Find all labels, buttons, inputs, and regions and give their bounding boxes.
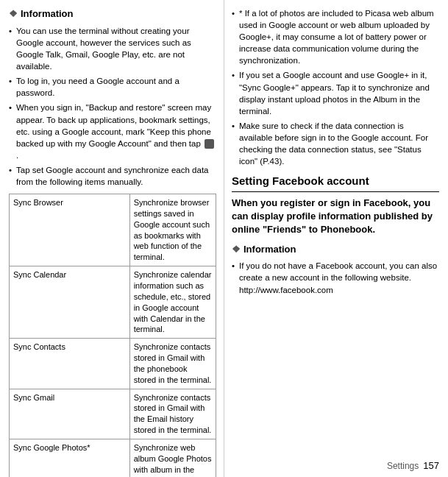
sync-label: Sync Gmail	[10, 389, 130, 439]
bullet-item-4: Tap set Google account and synchronize e…	[9, 164, 216, 188]
facebook-section-title: Setting Facebook account	[232, 173, 439, 192]
sync-desc: Synchronize contacts stored in Gmail wit…	[129, 389, 216, 439]
sync-desc: Synchronize contacts stored in Gmail wit…	[129, 339, 216, 389]
facebook-intro-text: When you register or sign in Facebook, y…	[232, 197, 439, 237]
sync-table: Sync BrowserSynchronize browser settings…	[9, 194, 216, 477]
bullet-item-3: When you sign in, "Backup and restore" s…	[9, 102, 216, 160]
sync-label: Sync Google Photos*	[10, 439, 130, 477]
table-row: Sync BrowserSynchronize browser settings…	[10, 194, 216, 266]
table-row: Sync ContactsSynchronize contacts stored…	[10, 339, 216, 389]
facebook-info-title-text: Information	[243, 243, 296, 257]
table-row: Sync CalendarSynchronize calendar inform…	[10, 266, 216, 339]
facebook-bullet-1: If you do not have a Facebook account, y…	[232, 260, 439, 295]
right-column: * If a lot of photos are included to Pic…	[224, 0, 448, 477]
info-bullet-list: You can use the terminal without creatin…	[9, 25, 216, 188]
sync-note-2: If you set a Google account and use Goog…	[232, 69, 439, 116]
sync-note-3: Make sure to check if the data connectio…	[232, 120, 439, 167]
table-row: Sync GmailSynchronize contacts stored in…	[10, 389, 216, 439]
info-title-text: Information	[21, 7, 74, 21]
sync-desc: Synchronize browser settings saved in Go…	[129, 194, 216, 266]
sync-label: Sync Browser	[10, 194, 130, 266]
settings-label: Settings	[387, 461, 419, 471]
sync-notes-list: * If a lot of photos are included to Pic…	[232, 7, 439, 167]
facebook-info-title: ❖ Information	[232, 243, 439, 257]
diamond-icon-2: ❖	[232, 243, 241, 257]
facebook-bullets: If you do not have a Facebook account, y…	[232, 260, 439, 295]
left-column: ❖ Information You can use the terminal w…	[0, 0, 224, 477]
sync-desc: Synchronize web album Google Photos with…	[129, 439, 216, 477]
page-number: 157	[423, 460, 439, 471]
bullet-item-2: To log in, you need a Google account and…	[9, 75, 216, 99]
sync-label: Sync Contacts	[10, 339, 130, 389]
page-footer: Settings 157	[387, 460, 439, 471]
diamond-icon: ❖	[9, 7, 18, 21]
sync-desc: Synchronize calendar information such as…	[129, 266, 216, 339]
info-section-title: ❖ Information	[9, 7, 216, 21]
table-row: Sync Google Photos*Synchronize web album…	[10, 439, 216, 477]
sync-note-1: * If a lot of photos are included to Pic…	[232, 7, 439, 66]
android-icon	[205, 139, 214, 149]
sync-label: Sync Calendar	[10, 266, 130, 339]
bullet-item-1: You can use the terminal without creatin…	[9, 25, 216, 72]
